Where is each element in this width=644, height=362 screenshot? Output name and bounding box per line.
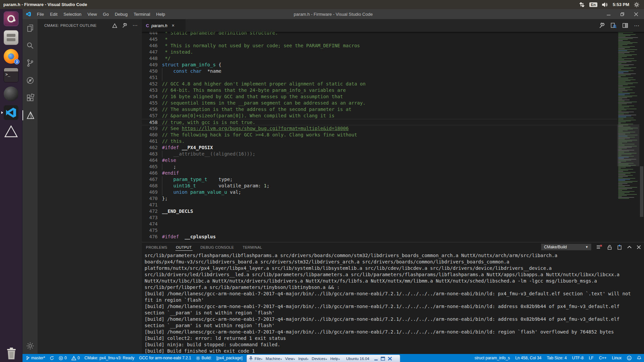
dock-item-sphere-app[interactable] bbox=[2, 85, 20, 103]
code-line[interactable]: 446 * This is normally not used by user … bbox=[142, 43, 617, 49]
menu-go[interactable]: Go bbox=[100, 12, 112, 17]
menu-edit[interactable]: Edit bbox=[47, 12, 60, 17]
notifications-bell-icon[interactable] bbox=[637, 356, 641, 360]
code-line[interactable]: 457// &param[0]+sizeof(param[0]). When c… bbox=[142, 113, 617, 119]
code-line[interactable]: 453// 64-bit. This means that the 24-byt… bbox=[142, 87, 617, 94]
session-gear-icon[interactable] bbox=[634, 2, 639, 7]
close-button[interactable] bbox=[634, 12, 638, 16]
code-line[interactable]: 473 bbox=[142, 215, 617, 221]
status-item-struct-param-info-s[interactable]: struct param_info_s bbox=[475, 356, 510, 360]
open-preview-icon[interactable] bbox=[611, 23, 616, 28]
status-item-0[interactable]: 0 bbox=[59, 356, 67, 360]
more-actions-icon[interactable]: ⋯ bbox=[132, 22, 138, 28]
status-item-c++[interactable]: C++ bbox=[599, 356, 607, 360]
restore-button[interactable] bbox=[621, 12, 624, 16]
vbox-menu-help[interactable]: Help▾ bbox=[330, 357, 340, 361]
code-line[interactable]: 449struct param_info_s { bbox=[142, 62, 617, 68]
output-channel-select[interactable]: CMake/Build▼ bbox=[541, 244, 591, 250]
panel-tab-problems[interactable]: PROBLEMS bbox=[145, 244, 168, 250]
vbox-restore-icon[interactable] bbox=[381, 357, 385, 361]
code-line[interactable]: 466#endif bbox=[142, 170, 617, 176]
code-line[interactable]: 444 * Static parameter definition struct… bbox=[142, 32, 617, 36]
code-line[interactable]: 465 ; bbox=[142, 164, 617, 170]
code-line[interactable]: 464#else bbox=[142, 157, 617, 164]
activity-search[interactable] bbox=[22, 41, 38, 51]
dock-item-firefox[interactable]: 3 bbox=[2, 47, 20, 65]
split-editor-icon[interactable] bbox=[623, 23, 628, 28]
status-item-ln-458-col-34[interactable]: Ln 458, Col 34 bbox=[515, 356, 541, 360]
code-line[interactable]: 456// The assumption is that the address… bbox=[142, 106, 617, 113]
clock[interactable]: 5:53 PM bbox=[613, 2, 629, 7]
code-line[interactable]: 459// See https://llvm.org/bugs/show_bug… bbox=[142, 125, 617, 132]
code-line[interactable]: 461// this. bbox=[142, 138, 617, 144]
code-line[interactable]: 458// true, with gcc is is not true. bbox=[142, 119, 617, 125]
minimap-slider[interactable] bbox=[617, 124, 639, 166]
code-line[interactable]: 462#ifdef __PX4_POSIX bbox=[142, 144, 617, 151]
dock-item-triangle-app[interactable] bbox=[2, 122, 20, 140]
output-console[interactable]: src/lib/parameters/flashparams/libflashp… bbox=[142, 252, 644, 354]
clear-output-icon[interactable] bbox=[597, 245, 602, 249]
cmake-build-icon[interactable] bbox=[112, 23, 117, 28]
vbox-menu-devices[interactable]: Devices▾ bbox=[312, 357, 327, 361]
status-item-linux[interactable]: Linux bbox=[612, 356, 622, 360]
code-line[interactable]: 447 * instead. bbox=[142, 49, 617, 55]
activity-debug[interactable] bbox=[22, 75, 38, 85]
code-line[interactable]: 451 bbox=[142, 74, 617, 81]
code-line[interactable]: 476#ifdef __cplusplus bbox=[142, 234, 617, 240]
code-line[interactable]: 469 union param_value_u val; bbox=[142, 189, 617, 195]
status-item-master[interactable]: master* bbox=[26, 356, 45, 360]
menu-file[interactable]: File bbox=[34, 12, 47, 17]
code-line[interactable]: 455// sequential items in the __param se… bbox=[142, 100, 617, 106]
editor-scrollbar[interactable] bbox=[639, 32, 644, 242]
dock-item-files[interactable] bbox=[2, 28, 20, 47]
menu-terminal[interactable]: Terminal bbox=[130, 12, 153, 17]
vbox-menu-machine[interactable]: Machine▾ bbox=[266, 357, 282, 361]
open-output-in-editor-icon[interactable] bbox=[617, 245, 622, 250]
status-item-cmake-px4-fmu-v3-ready[interactable]: CMake: px4_fmu-v3: Ready bbox=[85, 356, 135, 360]
status-item-build[interactable]: Build: bbox=[196, 356, 212, 360]
menu-view[interactable]: View bbox=[85, 12, 100, 17]
dock-item-ubuntu-dash[interactable] bbox=[2, 10, 20, 28]
code-line[interactable]: 468 uint16_t volatile_param: 1; bbox=[142, 183, 617, 189]
panel-tab-terminal[interactable]: TERMINAL bbox=[242, 244, 263, 250]
dock-item-vscode[interactable] bbox=[2, 104, 20, 122]
code-line[interactable]: 475 bbox=[142, 227, 617, 234]
build-hammer-icon[interactable] bbox=[599, 23, 605, 28]
code-line[interactable]: 450 const char *name bbox=[142, 68, 617, 74]
panel-tab-debug-console[interactable]: DEBUG CONSOLE bbox=[200, 244, 235, 250]
activity-source-control[interactable] bbox=[22, 58, 38, 68]
settings-gear-icon[interactable] bbox=[26, 342, 34, 350]
code-editor[interactable]: 444 * Static parameter definition struct… bbox=[142, 32, 644, 242]
menu-help[interactable]: Help bbox=[153, 12, 168, 17]
editor-more-icon[interactable]: ⋯ bbox=[634, 22, 639, 29]
feedback-smiley-icon[interactable] bbox=[627, 356, 632, 360]
code-line[interactable]: 474 bbox=[142, 221, 617, 227]
code-line[interactable]: 448 */ bbox=[142, 55, 617, 62]
menu-selection[interactable]: Selection bbox=[60, 12, 84, 17]
panel-tab-output[interactable]: OUTPUT bbox=[175, 244, 193, 251]
pin-icon[interactable] bbox=[249, 356, 253, 361]
vbox-menu-file[interactable]: File▾ bbox=[255, 357, 262, 361]
minimap[interactable] bbox=[617, 32, 639, 242]
dock-item-terminal[interactable]: >_ bbox=[2, 66, 20, 84]
code-line[interactable]: 470}; bbox=[142, 195, 617, 202]
activity-extensions[interactable] bbox=[22, 93, 38, 103]
code-link[interactable]: https://llvm.org/bugs/show_bug.cgi?forma… bbox=[182, 126, 348, 131]
code-line[interactable]: 471 bbox=[142, 202, 617, 208]
unlock-scroll-icon[interactable] bbox=[607, 245, 612, 250]
configure-wrench-icon[interactable] bbox=[122, 23, 127, 28]
activity-explorer[interactable] bbox=[22, 23, 38, 33]
code-line[interactable]: 452// GCC 4.8 and higher don't implement… bbox=[142, 81, 617, 87]
status-item-px4-package[interactable]: [px4_package] bbox=[216, 356, 243, 360]
status-item-0[interactable]: 0 bbox=[71, 356, 80, 360]
status-item-gcc-for-arm-none-eabi-7-2-1[interactable]: GCC for arm-none-eabi 7.2.1 bbox=[139, 356, 191, 360]
tab-param-h[interactable]: C param.h × bbox=[142, 19, 185, 32]
menu-debug[interactable]: Debug bbox=[112, 12, 130, 17]
minimize-button[interactable] bbox=[607, 12, 610, 16]
code-line[interactable]: 460// The following hack is for GCC >=4.… bbox=[142, 132, 617, 138]
status-item-sync[interactable] bbox=[50, 356, 54, 360]
maximize-panel-icon[interactable] bbox=[627, 246, 632, 248]
status-item-utf-8[interactable]: UTF-8 bbox=[572, 356, 584, 360]
close-panel-icon[interactable] bbox=[637, 245, 641, 249]
tab-close-icon[interactable]: × bbox=[172, 23, 174, 28]
